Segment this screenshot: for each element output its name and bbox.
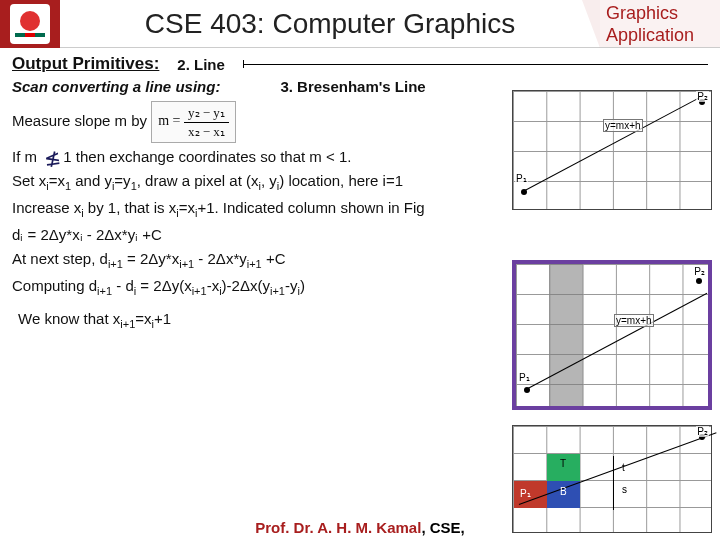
formula-den: x₂ − x₁ xyxy=(184,123,229,141)
d-line-1: dᵢ = 2Δy*xᵢ - 2Δx*yᵢ +C xyxy=(12,225,708,245)
corner-line2: Application xyxy=(606,24,714,46)
horizontal-rule-icon xyxy=(243,58,708,70)
fig2-column-shade xyxy=(549,264,583,406)
fig2-label-p2: P₂ xyxy=(693,266,706,277)
figure-1-grid: P₁ P₂ y=mx+h xyxy=(512,90,712,210)
fig3-label-b: B xyxy=(559,486,568,497)
subtitle: Scan converting a line using: xyxy=(12,78,220,95)
section-label: Output Primitives: xyxy=(12,54,159,74)
fig3-label-t: T xyxy=(559,458,567,469)
measure-prefix: Measure slope m by xyxy=(12,112,151,129)
fig2-point-p1 xyxy=(524,387,530,393)
topic-corner: Graphics Application xyxy=(600,0,720,48)
footer-author: Prof. Dr. A. H. M. Kamal xyxy=(255,519,421,536)
figure-2-grid: P₁ P₂ y=mx+h xyxy=(512,260,712,410)
corner-line1: Graphics xyxy=(606,2,714,24)
slide-header: CSE 403: Computer Graphics Graphics Appl… xyxy=(0,0,720,48)
fig2-eqn: y=mx+h xyxy=(614,314,654,327)
fig2-point-p2 xyxy=(696,278,702,284)
fig3-label-p1: P₁ xyxy=(519,488,532,499)
fig1-label-p1: P₁ xyxy=(515,173,528,184)
fig3-label-t-small: t xyxy=(621,462,626,473)
fig2-label-p1: P₁ xyxy=(518,372,531,383)
item-number: 2. Line xyxy=(177,56,225,73)
course-title: CSE 403: Computer Graphics xyxy=(60,8,600,40)
formula-lhs: m = xyxy=(158,113,180,128)
fig1-point-p1 xyxy=(521,189,527,195)
fig1-eqn: y=mx+h xyxy=(603,119,643,132)
university-logo xyxy=(0,0,60,48)
formula-num: y₂ − y₁ xyxy=(184,104,229,123)
ifm-prefix: If m xyxy=(12,148,41,165)
slope-formula: m = y₂ − y₁ x₂ − x₁ xyxy=(151,101,236,143)
fig1-label-p2: P₂ xyxy=(696,91,709,102)
slide-footer: Prof. Dr. A. H. M. Kamal, CSE, xyxy=(0,519,720,536)
footer-dept: , CSE, xyxy=(421,519,464,536)
fig3-vbar xyxy=(613,456,614,510)
figure-3-grid: P₁ T B P₂ t s xyxy=(512,425,712,533)
ifm-rest: 1 then exchange coordinates so that m < … xyxy=(63,148,351,165)
fig3-label-s-small: s xyxy=(621,484,628,495)
fig3-label-p2: P₂ xyxy=(696,426,709,437)
handwritten-not-leq-icon: ≰ xyxy=(42,144,63,173)
method-name: 3. Bresenham's Line xyxy=(280,78,425,95)
